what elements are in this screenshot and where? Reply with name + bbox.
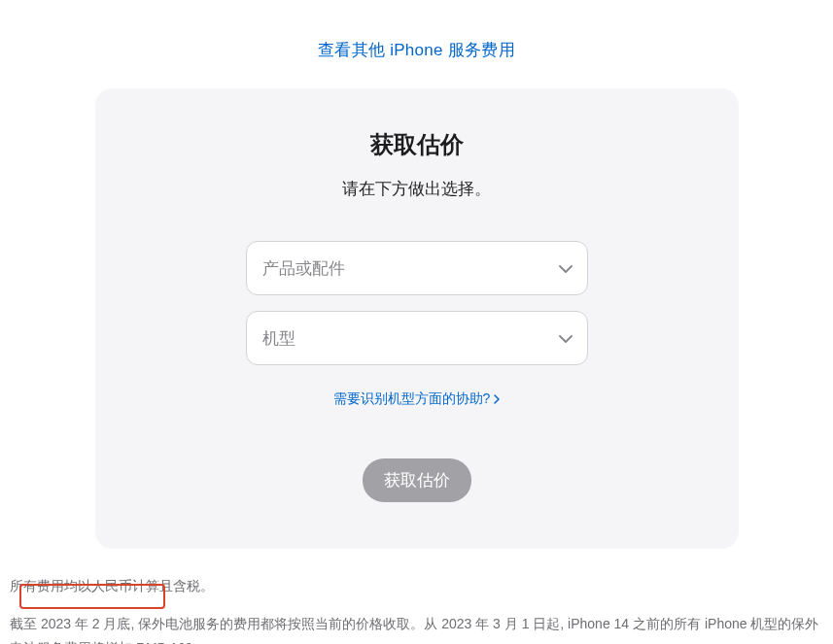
footer-price-note: 截至 2023 年 2 月底, 保外电池服务的费用都将按照当前的价格收取。从 2… (0, 604, 833, 644)
card-subtitle: 请在下方做出选择。 (134, 178, 700, 200)
get-estimate-button[interactable]: 获取估价 (363, 458, 471, 502)
product-select-placeholder: 产品或配件 (262, 257, 345, 280)
model-select-placeholder: 机型 (262, 327, 295, 350)
model-select[interactable]: 机型 (246, 311, 588, 365)
identify-model-help-link[interactable]: 需要识别机型方面的协助? (333, 390, 501, 408)
help-link-label: 需要识别机型方面的协助? (333, 390, 491, 408)
product-select[interactable]: 产品或配件 (246, 241, 588, 295)
card-title: 获取估价 (134, 129, 700, 160)
footer-tax-note: 所有费用均以人民币计算且含税。 (0, 549, 833, 604)
view-other-services-link[interactable]: 查看其他 iPhone 服务费用 (318, 41, 515, 59)
estimate-card: 获取估价 请在下方做出选择。 产品或配件 机型 需要识别机型方面的协助? (95, 88, 739, 549)
chevron-right-icon (494, 391, 500, 407)
